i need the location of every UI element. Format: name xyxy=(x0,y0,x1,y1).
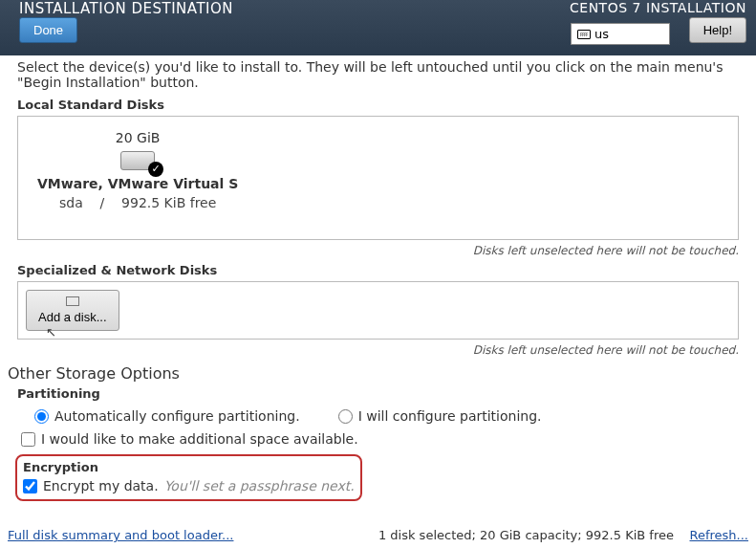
add-disk-button[interactable]: Add a disk... xyxy=(26,290,119,331)
check-icon: ✓ xyxy=(148,162,163,177)
installer-title: CENTOS 7 INSTALLATION xyxy=(570,0,746,15)
footer-bar: Full disk summary and boot loader... 1 d… xyxy=(0,521,756,548)
local-disks-hint: Disks left unselected here will not be t… xyxy=(17,244,739,257)
add-disk-icon xyxy=(66,296,79,306)
encryption-section-highlight: Encryption Encrypt my data. You'll set a… xyxy=(15,454,362,501)
page-title: INSTALLATION DESTINATION xyxy=(19,0,233,17)
encrypt-data-label: Encrypt my data. xyxy=(43,478,159,493)
network-disks-panel: Add a disk... xyxy=(17,281,739,340)
full-disk-summary-link[interactable]: Full disk summary and boot loader... xyxy=(8,528,233,542)
local-disks-label: Local Standard Disks xyxy=(17,98,739,112)
disk-dev: sda xyxy=(59,195,83,210)
disk-name: VMware, VMware Virtual S xyxy=(37,176,238,191)
partitioning-manual-option[interactable]: I will configure partitioning. xyxy=(338,408,542,424)
partitioning-auto-option[interactable]: Automatically configure partitioning. xyxy=(34,408,300,424)
disk-sep: / xyxy=(100,195,105,210)
partitioning-manual-label: I will configure partitioning. xyxy=(358,408,542,424)
refresh-link[interactable]: Refresh... xyxy=(690,528,749,542)
disk-meta: sda / 992.5 KiB free xyxy=(37,195,238,210)
keyboard-layout-selector[interactable]: us xyxy=(571,23,670,45)
keyboard-layout-label: us xyxy=(594,27,609,41)
encryption-heading: Encryption xyxy=(23,460,355,474)
partitioning-radio-group: Automatically configure partitioning. I … xyxy=(21,405,735,427)
help-button[interactable]: Help! xyxy=(689,17,746,43)
network-disks-hint: Disks left unselected here will not be t… xyxy=(17,343,739,357)
done-button[interactable]: Done xyxy=(19,17,77,43)
partitioning-auto-label: Automatically configure partitioning. xyxy=(54,408,300,424)
partitioning-heading: Partitioning xyxy=(17,386,739,401)
footer-right: 1 disk selected; 20 GiB capacity; 992.5 … xyxy=(378,528,748,542)
disk-item[interactable]: 20 GiB ✓ VMware, VMware Virtual S sda / … xyxy=(28,126,248,214)
partitioning-auto-radio[interactable] xyxy=(34,409,49,424)
network-disks-label: Specialized & Network Disks xyxy=(17,263,739,277)
encrypt-data-checkbox[interactable] xyxy=(23,479,37,493)
harddisk-icon: ✓ xyxy=(120,151,155,170)
reclaim-space-checkbox[interactable] xyxy=(21,432,35,447)
disk-size: 20 GiB xyxy=(37,130,238,145)
encrypt-data-hint: You'll set a passphrase next. xyxy=(164,478,355,493)
other-storage-heading: Other Storage Options xyxy=(8,364,748,383)
top-bar: INSTALLATION DESTINATION CENTOS 7 INSTAL… xyxy=(0,0,756,55)
disk-free: 992.5 KiB free xyxy=(121,195,216,210)
local-disks-panel: 20 GiB ✓ VMware, VMware Virtual S sda / … xyxy=(17,116,739,240)
intro-text: Select the device(s) you'd like to insta… xyxy=(17,59,739,90)
keyboard-icon xyxy=(577,30,591,39)
add-disk-label: Add a disk... xyxy=(38,310,107,324)
disk-selection-status: 1 disk selected; 20 GiB capacity; 992.5 … xyxy=(378,528,674,542)
reclaim-space-label: I would like to make additional space av… xyxy=(41,431,358,447)
partitioning-manual-radio[interactable] xyxy=(338,409,353,424)
reclaim-space-option[interactable]: I would like to make additional space av… xyxy=(21,431,735,447)
content-area: Select the device(s) you'd like to insta… xyxy=(0,55,756,521)
encrypt-data-option[interactable]: Encrypt my data. You'll set a passphrase… xyxy=(23,478,355,493)
